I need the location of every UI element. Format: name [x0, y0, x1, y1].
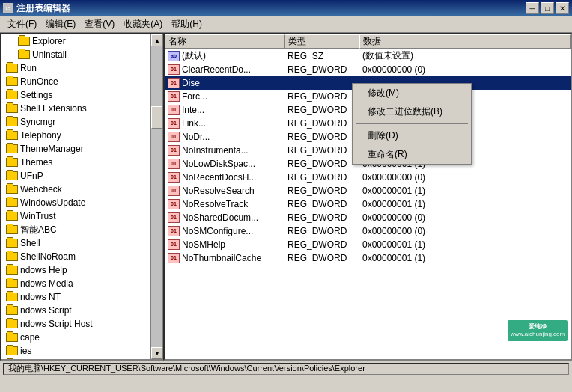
reg-icon: 01 [168, 64, 180, 75]
cell-data: (数值未设置) [359, 49, 571, 62]
restore-button[interactable]: □ [541, 2, 554, 14]
tree-panel: Explorer Uninstall Run RunOnce Settings [0, 33, 163, 361]
cell-name: 01 Forc... [165, 91, 285, 102]
menu-favorites[interactable]: 收藏夹(A) [119, 16, 167, 32]
scroll-up-button[interactable]: ▲ [151, 34, 163, 46]
ctx-modify-binary[interactable]: 修改二进位数据(B) [353, 102, 471, 121]
cell-type: REG_DWORD [285, 159, 359, 169]
tree-item-ndowsscript[interactable]: ndows Script [1, 304, 162, 317]
tree-item-run[interactable]: Run [1, 61, 162, 75]
reg-icon: 01 [168, 199, 180, 209]
menu-help[interactable]: 帮助(H) [167, 16, 207, 32]
tree-item-ndowsnt[interactable]: ndows NT [1, 290, 162, 304]
scroll-down-button[interactable]: ▼ [151, 347, 163, 359]
cell-name: 01 NoSharedDocum... [165, 212, 285, 223]
list-row[interactable]: 01 ClearRecentDo... REG_DWORD 0x00000000… [165, 63, 571, 76]
tree-item-telephony[interactable]: Telephony [1, 129, 162, 142]
tree-item-settings[interactable]: Settings [1, 88, 162, 102]
cell-name: 01 NoInstrumenta... [165, 145, 285, 156]
reg-icon: ab [168, 51, 180, 61]
cell-type: REG_DWORD [285, 132, 359, 142]
reg-icon: 01 [168, 186, 180, 196]
cell-name: 01 NoRecentDocsH... [165, 172, 285, 183]
cell-type: REG_SZ [285, 51, 359, 61]
cell-name: 01 NoSMConfigure... [165, 226, 285, 236]
cell-name: 01 NoResolveSearch [165, 186, 285, 196]
menu-file[interactable]: 文件(F) [3, 16, 41, 32]
ctx-delete[interactable]: 删除(D) [353, 126, 471, 145]
list-row[interactable]: 01 NoResolveSearch REG_DWORD 0x00000001 … [165, 184, 571, 197]
tree-item-cape[interactable]: cape [1, 331, 162, 344]
reg-icon: 01 [168, 239, 180, 250]
menu-view[interactable]: 查看(V) [80, 16, 119, 32]
reg-icon: 01 [168, 132, 180, 142]
tree-item-webcheck[interactable]: Webcheck [1, 183, 162, 196]
list-row[interactable]: 01 NoResolveTrack REG_DWORD 0x00000001 (… [165, 197, 571, 211]
app-icon: 🗂 [3, 3, 13, 13]
tree-item-wintrust[interactable]: WinTrust [1, 209, 162, 223]
reg-icon: 01 [168, 159, 180, 169]
cell-data: 0x00000001 (1) [359, 199, 571, 209]
cell-type: REG_DWORD [285, 105, 359, 115]
tree-item-ndowsmedia[interactable]: ndows Media [1, 277, 162, 290]
tree-item-ufnp[interactable]: UFnP [1, 169, 162, 183]
col-header-type[interactable]: 类型 [285, 34, 359, 49]
cell-name: 01 NoLowDiskSpac... [165, 159, 285, 169]
cell-type: REG_DWORD [285, 118, 359, 129]
tree-item-runonce[interactable]: RunOnce [1, 75, 162, 88]
cell-data: 0x00000000 (0) [359, 212, 571, 223]
tree-scrollbar[interactable]: ▲ ▼ [150, 34, 162, 359]
list-row[interactable]: 01 NoRecentDocsH... REG_DWORD 0x00000000… [165, 171, 571, 184]
tree-item-uninstall[interactable]: Uninstall [1, 48, 162, 61]
cell-name: 01 Link... [165, 118, 285, 129]
tree-item-themes[interactable]: Themes [1, 156, 162, 169]
cell-type: REG_DWORD [285, 226, 359, 236]
window-controls: ─ □ ✕ [526, 2, 569, 14]
reg-icon: 01 [168, 91, 180, 102]
reg-icon: 01 [168, 172, 180, 183]
tree-item-ndowsscripthost[interactable]: ndows Script Host [1, 317, 162, 331]
tree-item-ies[interactable]: ies [1, 344, 162, 358]
list-row[interactable]: 01 NoSMHelp REG_DWORD 0x00000001 (1) [165, 238, 571, 251]
tree-item-syncmgr[interactable]: Syncmgr [1, 115, 162, 129]
reg-icon: 01 [168, 145, 180, 156]
cell-data: 0x00000000 (0) [359, 64, 571, 75]
tree-item-explorer[interactable]: Explorer [1, 34, 162, 48]
tree-item-ndowshelp[interactable]: ndows Help [1, 263, 162, 277]
menu-edit[interactable]: 编辑(E) [41, 16, 80, 32]
cell-type: REG_DWORD [285, 172, 359, 183]
col-header-name[interactable]: 名称 [165, 34, 285, 49]
menu-bar: 文件(F) 编辑(E) 查看(V) 收藏夹(A) 帮助(H) [0, 16, 572, 33]
title-bar: 🗂 注册表编辑器 ─ □ ✕ [0, 0, 572, 16]
cell-type: REG_DWORD [285, 64, 359, 75]
col-header-data[interactable]: 数据 [359, 34, 571, 49]
tree-item-shell[interactable]: Shell [1, 236, 162, 250]
cell-type: REG_DWORD [285, 212, 359, 223]
tree-item-thememanager[interactable]: ThemeManager [1, 142, 162, 156]
scroll-track[interactable] [151, 46, 162, 347]
list-row[interactable]: 01 NoSMConfigure... REG_DWORD 0x00000000… [165, 224, 571, 238]
tree-content: Explorer Uninstall Run RunOnce Settings [1, 34, 162, 359]
scroll-thumb[interactable] [151, 106, 162, 129]
cell-data: 0x00000000 (0) [359, 226, 571, 236]
cell-data: 0x00000001 (1) [359, 253, 571, 263]
list-row[interactable]: 01 NoSharedDocum... REG_DWORD 0x00000000… [165, 211, 571, 224]
cell-type: REG_DWORD [285, 253, 359, 263]
tree-item-smartabc[interactable]: 智能ABC [1, 223, 162, 236]
minimize-button[interactable]: ─ [526, 2, 539, 14]
reg-icon: 01 [168, 212, 180, 223]
tree-item-shell-extensions[interactable]: Shell Extensions [1, 102, 162, 115]
list-header: 名称 类型 数据 [165, 34, 571, 49]
cell-type: REG_DWORD [285, 145, 359, 156]
cell-type: REG_DWORD [285, 199, 359, 209]
tree-item-regapps[interactable]: steredApplications [1, 358, 162, 359]
list-row[interactable]: ab (默认) REG_SZ (数值未设置) [165, 49, 571, 63]
ctx-modify[interactable]: 修改(M) [353, 84, 471, 102]
list-row[interactable]: 01 NoThumbnailCache REG_DWORD 0x00000001… [165, 251, 571, 265]
tree-item-shellnoroam[interactable]: ShellNoRoam [1, 250, 162, 263]
close-button[interactable]: ✕ [556, 2, 569, 14]
cell-name: 01 Inte... [165, 105, 285, 115]
ctx-rename[interactable]: 重命名(R) [353, 145, 471, 164]
reg-icon: 01 [168, 253, 180, 263]
tree-item-windowsupdate[interactable]: WindowsUpdate [1, 196, 162, 209]
